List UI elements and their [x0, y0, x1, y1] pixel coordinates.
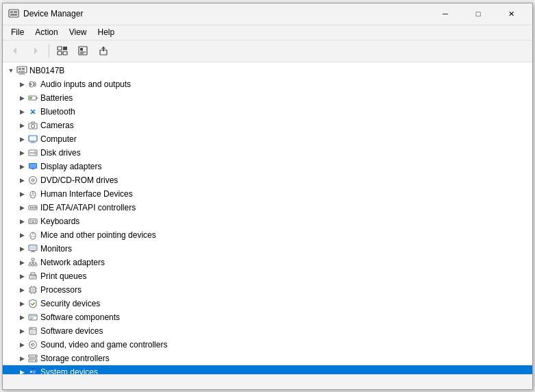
device-icon: [27, 243, 38, 254]
expand-icon[interactable]: ▶: [16, 216, 27, 227]
svg-rect-77: [31, 277, 35, 278]
svg-rect-3: [10, 14, 17, 16]
svg-point-79: [35, 275, 36, 277]
tree-row[interactable]: ▶Display adapters: [3, 160, 532, 173]
show-hidden-button[interactable]: [53, 42, 72, 60]
menu-action[interactable]: Action: [29, 26, 63, 38]
tree-row[interactable]: ▶Audio inputs and outputs: [3, 77, 532, 91]
tree-row[interactable]: ▶Print queues: [3, 269, 532, 283]
device-label: Disk drives: [40, 148, 81, 158]
svg-rect-20: [20, 73, 24, 74]
expand-icon[interactable]: ▶: [16, 353, 27, 364]
back-button[interactable]: [5, 42, 25, 60]
update-driver-button[interactable]: [94, 42, 113, 60]
svg-rect-56: [32, 221, 34, 223]
tree-row[interactable]: ▶Software devices: [3, 324, 532, 338]
toolbar: [3, 40, 532, 62]
tree-item: ▶Bluetooth: [3, 105, 532, 119]
forward-button[interactable]: [26, 42, 45, 60]
tree-row[interactable]: ▶DVD/CD-ROM drives: [3, 173, 532, 187]
tree-row[interactable]: ▶Bluetooth: [3, 105, 532, 119]
expand-icon[interactable]: ▶: [16, 284, 27, 295]
menu-file[interactable]: File: [5, 26, 29, 38]
tree-row[interactable]: ▶Software components: [3, 310, 532, 324]
window-controls: ─ □ ✕: [430, 4, 527, 23]
menu-help[interactable]: Help: [92, 26, 121, 38]
expand-icon[interactable]: ▶: [16, 79, 27, 90]
expand-icon[interactable]: ▶: [16, 298, 27, 309]
tree-row[interactable]: ▶Human Interface Devices: [3, 187, 532, 201]
expand-icon[interactable]: ▶: [16, 147, 27, 158]
svg-rect-68: [32, 264, 34, 266]
expand-icon[interactable]: ▶: [16, 188, 27, 199]
expand-icon[interactable]: ▶: [16, 175, 27, 186]
expand-icon[interactable]: ▶: [16, 134, 27, 145]
device-label: Storage controllers: [40, 354, 110, 363]
tree-row[interactable]: ▶Computer: [3, 132, 532, 146]
status-bar: [3, 374, 532, 389]
tree-row[interactable]: ▶Network adapters: [3, 256, 532, 269]
svg-rect-55: [30, 221, 32, 223]
tree-item: ▶Sound, video and game controllers: [3, 338, 532, 352]
svg-rect-51: [30, 220, 32, 221]
tree-row[interactable]: ▶Storage controllers: [3, 352, 532, 365]
expand-icon[interactable]: ▶: [16, 367, 27, 374]
tree-row[interactable]: ▶IDE ATA/ATAPI controllers: [3, 201, 532, 215]
svg-rect-49: [36, 206, 37, 208]
device-icon: [27, 298, 38, 309]
svg-rect-67: [29, 264, 31, 266]
content-area[interactable]: ▼ NB0147B ▶Audio inputs a: [3, 62, 532, 374]
expand-icon[interactable]: ▶: [16, 312, 27, 323]
tree-row[interactable]: ▶Disk drives: [3, 146, 532, 160]
device-icon: [27, 271, 38, 282]
tree-row[interactable]: ▶Cameras: [3, 119, 532, 132]
expand-icon[interactable]: ▶: [16, 271, 27, 282]
tree-row[interactable]: ▶Monitors: [3, 242, 532, 256]
expand-icon[interactable]: ▶: [16, 326, 27, 336]
device-icon: [27, 367, 38, 374]
tree-row[interactable]: ▶Keyboards: [3, 215, 532, 228]
tree-item: ▶Storage controllers: [3, 352, 532, 365]
device-icon: [27, 326, 38, 336]
expand-icon[interactable]: ▶: [16, 161, 27, 172]
device-icon: [27, 79, 38, 90]
device-tree: ▼ NB0147B ▶Audio inputs a: [3, 64, 532, 374]
expand-icon[interactable]: ▶: [16, 257, 27, 268]
properties-button[interactable]: [73, 42, 92, 60]
root-label: NB0147B: [29, 66, 64, 75]
device-label: Computer: [40, 134, 77, 144]
device-icon: [27, 230, 38, 241]
expand-icon[interactable]: ▶: [16, 120, 27, 131]
tree-item: ▶Network adapters: [3, 256, 532, 269]
expand-root-icon[interactable]: ▼: [5, 65, 16, 76]
device-label: Sound, video and game controllers: [40, 340, 167, 350]
minimize-button[interactable]: ─: [430, 4, 461, 23]
tree-row-root[interactable]: ▼ NB0147B: [3, 64, 532, 77]
expand-icon[interactable]: ▶: [16, 243, 27, 254]
close-button[interactable]: ✕: [495, 4, 527, 23]
tree-row[interactable]: ▶Mice and other pointing devices: [3, 228, 532, 242]
device-icon: [27, 175, 38, 186]
svg-rect-48: [34, 206, 35, 208]
expand-icon[interactable]: ▶: [16, 230, 27, 241]
device-icon: [27, 312, 38, 323]
svg-point-44: [34, 195, 35, 196]
svg-rect-7: [58, 51, 62, 55]
device-label: Human Interface Devices: [40, 189, 133, 199]
device-label: Keyboards: [40, 217, 79, 226]
expand-icon[interactable]: ▶: [16, 202, 27, 213]
expand-icon[interactable]: ▶: [16, 106, 27, 117]
device-label: System devices: [40, 367, 98, 374]
device-icon: [27, 161, 38, 172]
tree-row[interactable]: ▶Sound, video and game controllers: [3, 338, 532, 352]
maximize-button[interactable]: □: [462, 4, 494, 23]
tree-row[interactable]: ▶System devices: [3, 365, 532, 374]
tree-item: ▶DVD/CD-ROM drives: [3, 173, 532, 187]
expand-icon[interactable]: ▶: [16, 93, 27, 103]
window-title: Device Manager: [23, 9, 430, 19]
tree-row[interactable]: ▶Security devices: [3, 297, 532, 310]
menu-view[interactable]: View: [64, 26, 92, 38]
expand-icon[interactable]: ▶: [16, 339, 27, 350]
tree-row[interactable]: ▶Batteries: [3, 91, 532, 105]
tree-row[interactable]: ▶Processors: [3, 283, 532, 297]
